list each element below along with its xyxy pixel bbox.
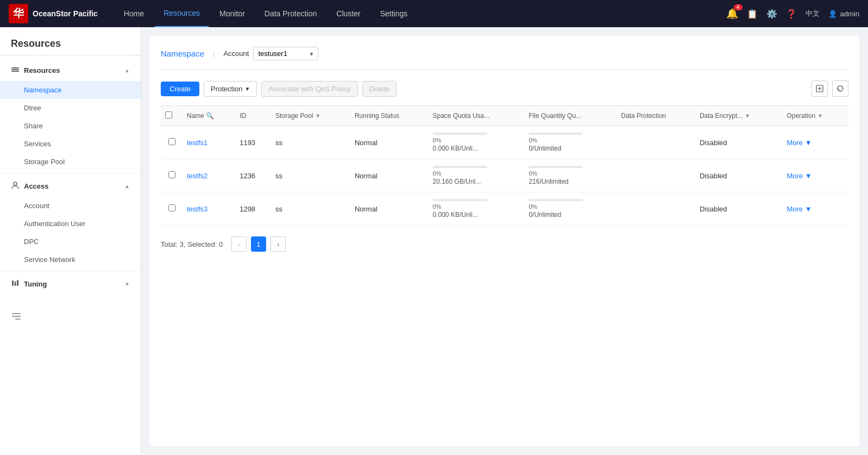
svg-rect-3	[11, 69, 19, 70]
row-running-status-0: Normal	[350, 126, 429, 159]
table-row: testfs3 1298 ss Normal 0% 0.000 KB/Unli.…	[161, 192, 848, 226]
sidebar-item-service-network[interactable]: Service Network	[0, 251, 141, 269]
help-icon[interactable]: ❓	[786, 9, 797, 19]
next-page-button[interactable]: ›	[271, 236, 286, 252]
nav-monitor[interactable]: Monitor	[211, 0, 254, 27]
row-id-2: 1298	[235, 192, 271, 226]
sidebar-item-storage-pool[interactable]: Storage Pool	[0, 153, 141, 171]
row-file-qty-1: 0% 216/Unlimited	[524, 159, 617, 192]
account-label: Account	[223, 49, 249, 58]
svg-point-5	[14, 182, 17, 185]
sidebar-item-services[interactable]: Services	[0, 135, 141, 153]
row-storage-pool-0: ss	[271, 126, 350, 159]
row-name-link-0[interactable]: testfs1	[187, 139, 207, 147]
sidebar-item-dpc[interactable]: DPC	[0, 233, 141, 251]
row-more-button-1[interactable]: More ▼	[787, 172, 812, 180]
tuning-icon	[11, 279, 20, 289]
sidebar-item-dtree[interactable]: Dtree	[0, 99, 141, 117]
clipboard-icon[interactable]: 📋	[747, 9, 758, 19]
resources-chevron-icon: ▲	[124, 67, 130, 73]
nav-cluster[interactable]: Cluster	[328, 0, 369, 27]
notification-icon[interactable]: 🔔 4	[726, 8, 738, 20]
page-1-button[interactable]: 1	[251, 236, 266, 252]
layers-icon	[11, 65, 20, 76]
row-select-1[interactable]	[168, 171, 175, 178]
table-row: testfs1 1193 ss Normal 0% 0.000 KB/Unli.…	[161, 126, 848, 159]
nav-settings[interactable]: Settings	[372, 0, 417, 27]
name-search-icon[interactable]: 🔍	[206, 112, 214, 120]
main-content: Namespace | Account testuser1 testuser2 …	[141, 27, 868, 455]
protection-button[interactable]: Protection ▼	[204, 81, 257, 97]
logo-area: 华 OceanStor Pacific	[9, 4, 98, 23]
protection-label: Protection	[211, 85, 243, 93]
sidebar-item-share[interactable]: Share	[0, 117, 141, 135]
sidebar-title: Resources	[0, 27, 141, 55]
sidebar-section-access-header[interactable]: Access ▲	[0, 176, 141, 197]
th-name: Name 🔍	[183, 106, 235, 126]
nav-home[interactable]: Home	[115, 0, 153, 27]
tab-namespace[interactable]: Namespace	[161, 49, 213, 58]
sidebar-item-namespace[interactable]: Namespace	[0, 81, 141, 99]
row-operation-0: More ▼	[782, 126, 848, 159]
prev-page-button[interactable]: ‹	[231, 236, 247, 252]
th-space-quota: Space Quota Usa...	[429, 106, 525, 126]
row-checkbox-0[interactable]	[161, 126, 183, 159]
row-data-encrypt-2: Disabled	[695, 192, 783, 226]
row-space-quota-2: 0% 0.000 KB/Unli...	[429, 192, 525, 226]
tuning-chevron-icon: ▼	[124, 281, 130, 287]
storage-pool-filter-icon[interactable]: ▼	[315, 113, 321, 119]
row-name-1: testfs2	[183, 159, 235, 192]
create-button[interactable]: Create	[161, 82, 199, 96]
account-select-wrapper: testuser1 testuser2	[253, 47, 318, 60]
svg-rect-9	[12, 313, 21, 314]
row-name-0: testfs1	[183, 126, 235, 159]
settings-icon[interactable]: ⚙️	[766, 9, 777, 19]
th-id: ID	[235, 106, 271, 126]
main-layout: Resources Resources ▲ Namespace Dtree Sh…	[0, 27, 868, 455]
sidebar-item-account[interactable]: Account	[0, 197, 141, 215]
sidebar-collapse-button[interactable]	[0, 306, 141, 329]
user-avatar-icon: 👤	[828, 10, 837, 18]
select-all-checkbox[interactable]	[165, 111, 172, 119]
export-icon[interactable]	[812, 80, 828, 97]
sidebar-section-resources-header[interactable]: Resources ▲	[0, 60, 141, 81]
language-button[interactable]: 中文	[806, 9, 820, 18]
top-menu: Home Resources Monitor Data Protection C…	[115, 0, 726, 27]
row-data-protection-0	[617, 126, 695, 159]
th-data-protection: Data Protection	[617, 106, 695, 126]
operation-sort-icon[interactable]: ▼	[817, 113, 823, 119]
sidebar-item-auth-user[interactable]: Authentication User	[0, 215, 141, 233]
topnav-right: 🔔 4 📋 ⚙️ ❓ 中文 👤 admin	[726, 8, 859, 20]
row-select-2[interactable]	[168, 204, 175, 211]
associate-qos-button[interactable]: Associate with QoS Policy	[261, 81, 357, 97]
row-name-link-2[interactable]: testfs3	[187, 205, 207, 213]
account-select[interactable]: testuser1 testuser2	[253, 47, 318, 60]
refresh-icon[interactable]	[832, 80, 848, 97]
th-data-encrypt: Data Encrypt... ▼	[695, 106, 783, 126]
svg-rect-4	[11, 67, 19, 68]
user-menu[interactable]: 👤 admin	[828, 10, 859, 18]
row-id-0: 1193	[235, 126, 271, 159]
row-more-button-2[interactable]: More ▼	[787, 205, 812, 213]
row-name-link-1[interactable]: testfs2	[187, 172, 207, 180]
row-checkbox-2[interactable]	[161, 192, 183, 226]
sidebar-section-tuning-header[interactable]: Tuning ▼	[0, 273, 141, 295]
row-data-protection-2	[617, 192, 695, 226]
topnav: 华 OceanStor Pacific Home Resources Monit…	[0, 0, 868, 27]
protection-dropdown-icon: ▼	[245, 86, 250, 92]
row-more-button-0[interactable]: More ▼	[787, 139, 812, 147]
nav-data-protection[interactable]: Data Protection	[256, 0, 326, 27]
row-select-0[interactable]	[168, 138, 175, 145]
svg-rect-6	[12, 281, 14, 286]
sidebar-divider-2	[0, 271, 141, 271]
delete-button[interactable]: Delete	[362, 81, 397, 97]
nav-resources[interactable]: Resources	[155, 0, 209, 27]
row-operation-1: More ▼	[782, 159, 848, 192]
row-checkbox-1[interactable]	[161, 159, 183, 192]
row-operation-2: More ▼	[782, 192, 848, 226]
row-storage-pool-1: ss	[271, 159, 350, 192]
namespace-table: Name 🔍 ID Storage Pool ▼ Running Status …	[161, 105, 848, 226]
content-panel: Namespace | Account testuser1 testuser2 …	[150, 36, 859, 446]
account-select-area: Account testuser1 testuser2	[223, 47, 318, 60]
data-encrypt-filter-icon[interactable]: ▼	[745, 113, 751, 119]
